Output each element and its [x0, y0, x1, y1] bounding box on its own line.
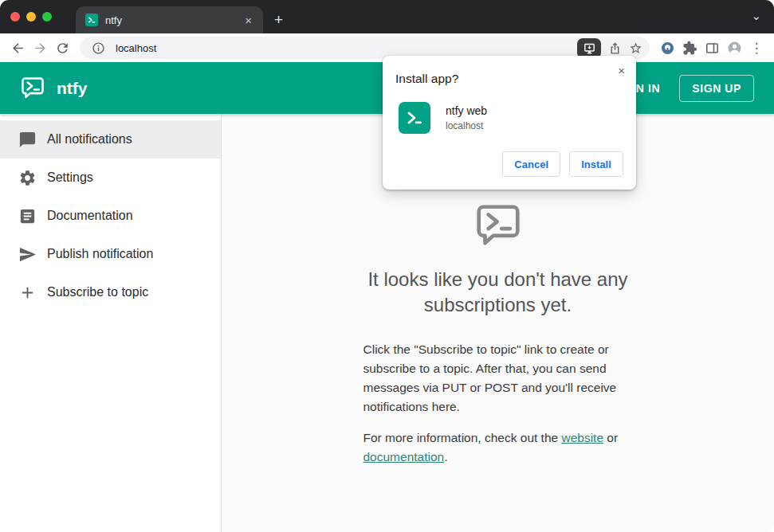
side-panel-icon[interactable] — [701, 37, 723, 59]
sidebar-item-label: Subscribe to topic — [47, 285, 148, 299]
website-link[interactable]: website — [561, 431, 603, 444]
ntfy-logo-icon — [20, 76, 45, 101]
sidebar-item-label: All notifications — [47, 132, 132, 147]
gear-icon — [18, 169, 37, 187]
forward-button[interactable] — [29, 37, 51, 59]
send-icon — [18, 245, 37, 264]
sidebar-item-publish-notification[interactable]: Publish notification — [0, 235, 221, 273]
sidebar-item-label: Documentation — [47, 209, 133, 223]
tab-search-chevron-icon[interactable]: ⌄ — [751, 10, 761, 22]
sidebar-item-all-notifications[interactable]: All notifications — [0, 120, 221, 158]
url-text: localhost — [116, 42, 577, 54]
sidebar-item-label: Settings — [47, 170, 93, 185]
brand-title: ntfy — [57, 79, 88, 98]
close-window-button[interactable] — [10, 12, 20, 22]
more-info-suffix: . — [444, 450, 447, 464]
tab-title: ntfy — [105, 14, 242, 26]
close-tab-button[interactable]: × — [242, 13, 255, 28]
more-info-text: For more information, check out the webs… — [363, 428, 633, 467]
dialog-app-name: ntfy web — [446, 104, 487, 117]
sidebar-item-label: Publish notification — [47, 247, 153, 261]
browser-menu-icon[interactable]: ⋮ — [745, 37, 768, 59]
more-info-middle: or — [603, 431, 618, 444]
empty-state: It looks like you don't have any subscri… — [222, 201, 774, 467]
empty-state-heading: It looks like you don't have any subscri… — [327, 267, 670, 318]
zoom-window-button[interactable] — [42, 12, 52, 22]
site-info-icon[interactable] — [88, 37, 108, 58]
traffic-lights — [10, 12, 52, 22]
ntfy-app-icon — [399, 102, 430, 134]
dialog-title: Install app? — [395, 72, 623, 86]
tab-strip: ntfy × + ⌄ — [0, 0, 774, 33]
empty-state-body: Click the "Subscribe to topic" link to c… — [363, 340, 633, 417]
reload-button[interactable] — [51, 37, 73, 59]
sidebar-item-documentation[interactable]: Documentation — [0, 197, 221, 235]
new-tab-button[interactable]: + — [274, 12, 283, 27]
browser-tab-ntfy[interactable]: ntfy × — [76, 6, 263, 33]
dialog-app-origin: localhost — [446, 120, 487, 131]
browser-window: ntfy × + ⌄ localhost — [0, 0, 774, 532]
chat-bubble-icon — [18, 131, 37, 149]
plus-icon — [18, 284, 37, 302]
article-icon — [18, 207, 37, 225]
dialog-close-icon[interactable]: × — [618, 65, 625, 76]
sign-up-button[interactable]: SIGN UP — [679, 75, 754, 102]
back-button[interactable] — [6, 37, 29, 59]
profile-avatar-icon[interactable] — [723, 37, 745, 59]
extensions-puzzle-icon[interactable] — [678, 37, 701, 59]
dialog-actions: Cancel Install — [395, 151, 623, 177]
sidebar-item-subscribe-to-topic[interactable]: Subscribe to topic — [0, 273, 221, 311]
ntfy-empty-logo-icon — [473, 240, 523, 253]
dialog-app-text: ntfy web localhost — [446, 104, 487, 131]
more-info-prefix: For more information, check out the — [363, 431, 562, 444]
ntfy-favicon-icon — [85, 14, 98, 26]
password-manager-extension-icon[interactable] — [656, 37, 678, 59]
sidebar: All notifications Settings Documentation… — [0, 114, 222, 532]
sidebar-item-settings[interactable]: Settings — [0, 158, 221, 197]
dialog-app-row: ntfy web localhost — [395, 102, 623, 134]
install-button[interactable]: Install — [569, 151, 623, 177]
minimize-window-button[interactable] — [26, 12, 36, 22]
cancel-button[interactable]: Cancel — [502, 151, 560, 177]
documentation-link[interactable]: documentation — [363, 450, 445, 464]
install-app-button[interactable] — [577, 38, 601, 58]
install-app-dialog: Install app? × ntfy web localhost Cancel… — [383, 56, 636, 190]
